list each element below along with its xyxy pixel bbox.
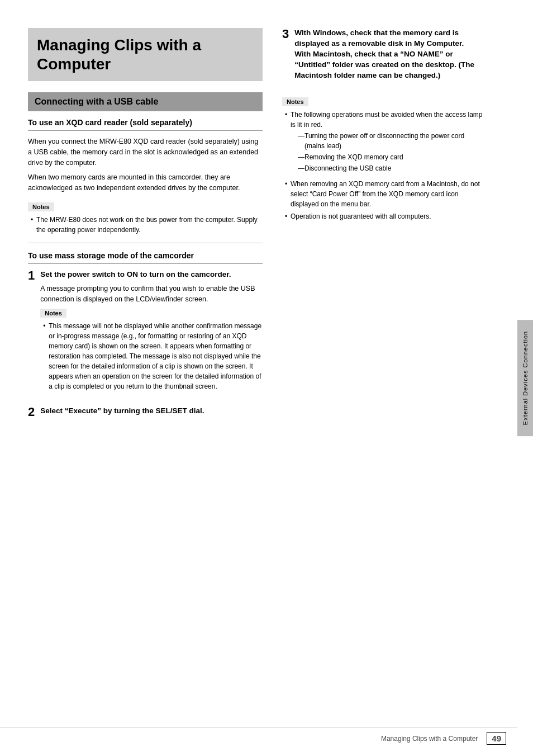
subsection1-para1: When you connect the MRW-E80 XQD card re… xyxy=(28,136,263,168)
subsection2-heading: To use mass storage mode of the camcorde… xyxy=(28,251,263,264)
step-1-container: 1 Set the power switch to ON to turn on … xyxy=(28,270,263,397)
step-3-title: With Windows, check that the memory card… xyxy=(294,28,486,81)
step-3-title-part2: With Macintosh, check that a “NO NAME” o… xyxy=(294,50,474,79)
notes-subitem-2: Removing the XQD memory card xyxy=(293,152,486,162)
section-heading-label: Connecting with a USB cable xyxy=(35,97,256,107)
step-2-title: Select “Execute” by turning the SEL/SET … xyxy=(40,406,204,417)
notes-list-3: The following operations must be avoided… xyxy=(282,110,486,221)
notes-list-2: This message will not be displayed while… xyxy=(40,321,263,391)
notes-list-3-item-2: When removing an XQD memory card from a … xyxy=(285,179,486,209)
notes-subitem-3: Disconnecting the USB cable xyxy=(293,163,486,173)
footer-text: Managing Clips with a Computer xyxy=(381,735,478,743)
step-1-title: Set the power switch to ON to turn on th… xyxy=(40,270,263,280)
notes-list-2-item-1: This message will not be displayed while… xyxy=(43,321,263,391)
step-2-content: Select “Execute” by turning the SEL/SET … xyxy=(40,406,204,420)
notes-list-1-item-1: The MRW-E80 does not work on the bus pow… xyxy=(31,215,263,235)
notes-list-1: The MRW-E80 does not work on the bus pow… xyxy=(28,215,263,235)
step-2-container: 2 Select “Execute” by turning the SEL/SE… xyxy=(28,406,263,420)
step-1-body: A message prompting you to confirm that … xyxy=(40,284,263,305)
notes-badge-3: Notes xyxy=(282,97,308,106)
side-tab-label: External Devices Connection xyxy=(522,331,529,425)
step-3-number: 3 xyxy=(282,27,289,41)
page-title: Managing Clips with a Computer xyxy=(37,36,254,73)
step-1-number: 1 xyxy=(28,268,35,283)
notes-subitem-1: Turning the power off or disconnecting t… xyxy=(293,131,486,151)
footer: Managing Clips with a Computer 49 xyxy=(0,727,517,745)
notes-list-3-item-3: Operation is not guaranteed with all com… xyxy=(285,211,486,221)
step-3-title-part1: With Windows, check that the memory card… xyxy=(294,29,464,48)
notes-list-3-item-1-text: The following operations must be avoided… xyxy=(291,111,483,129)
page-title-box: Managing Clips with a Computer xyxy=(28,28,263,81)
subsection1-para2: When two memory cards are mounted in thi… xyxy=(28,172,263,193)
section-heading: Connecting with a USB cable xyxy=(28,92,263,111)
side-tab: External Devices Connection xyxy=(517,320,533,436)
divider-1 xyxy=(28,243,263,243)
step-3-content: With Windows, check that the memory card… xyxy=(294,28,486,84)
step-2-number: 2 xyxy=(28,405,35,419)
footer-page-number: 49 xyxy=(487,732,506,745)
subsection1-heading: To use an XQD card reader (sold separate… xyxy=(28,118,263,131)
notes-badge-2: Notes xyxy=(40,309,66,318)
notes-list-3-subitems: Turning the power off or disconnecting t… xyxy=(291,131,486,173)
notes-list-3-item-1: The following operations must be avoided… xyxy=(285,110,486,173)
step-3-container: 3 With Windows, check that the memory ca… xyxy=(282,28,486,84)
step-1-content: Set the power switch to ON to turn on th… xyxy=(40,270,263,397)
notes-badge-1: Notes xyxy=(28,202,54,211)
